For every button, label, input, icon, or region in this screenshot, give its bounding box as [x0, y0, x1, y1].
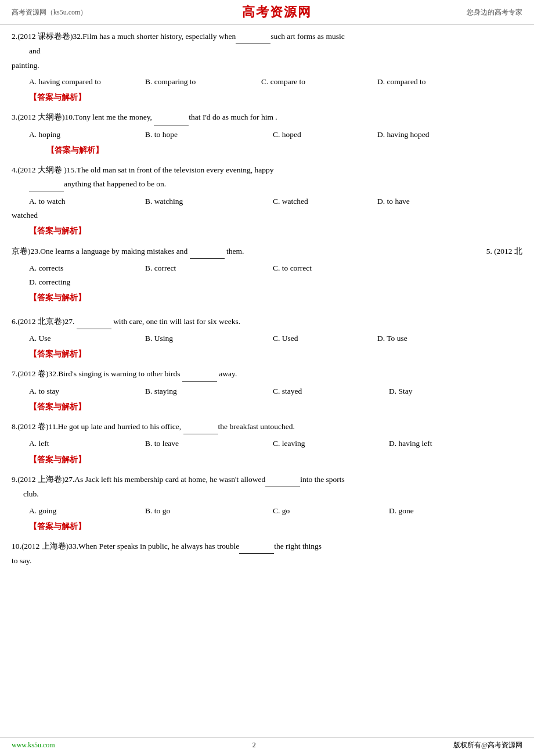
q6-answer-link[interactable]: 【答案与解析】	[12, 347, 522, 361]
q4-blank	[29, 177, 64, 192]
q9-option-d: D. gone	[389, 504, 505, 518]
q2-answer-link[interactable]: 【答案与解析】	[12, 90, 522, 105]
question-7-options: A. to stay B. staying C. stayed D. Stay	[12, 384, 522, 398]
q8-option-d: D. having left	[389, 437, 505, 451]
question-6: 6.(2012 北京卷)27. with care, one tin will …	[12, 315, 522, 362]
question-6-text: 6.(2012 北京卷)27. with care, one tin will …	[12, 315, 522, 329]
q7-answer-link[interactable]: 【答案与解析】	[12, 399, 522, 414]
footer-page-number: 2	[252, 741, 256, 750]
question-5-options: A. corrects B. correct C. to correct D. …	[12, 261, 470, 290]
page-header: 高考资源网（ks5u.com） 高考资源网 您身边的高考专家	[0, 0, 534, 25]
question-4-options: A. to watch B. watching C. watched D. to…	[12, 195, 522, 208]
question-3-options: A. hoping B. to hope C. hoped D. having …	[12, 128, 522, 142]
page-footer: www.ks5u.com 2 版权所有@高考资源网	[0, 737, 534, 750]
q4-option-b: B. watching	[145, 195, 273, 208]
q6-blank	[77, 315, 111, 329]
q3-option-a: A. hoping	[29, 128, 145, 142]
question-4-text-line1: 4.(2012 大纲卷 )15.The old man sat in front…	[12, 163, 522, 177]
q5-answer-link[interactable]: 【答案与解析】	[12, 290, 470, 305]
q9-answer-link[interactable]: 【答案与解析】	[12, 519, 522, 534]
question-5-inline-label: 5. (2012 北	[470, 244, 522, 258]
question-3: 3.(2012 大纲卷)10.Tony lent me the money, t…	[12, 110, 522, 157]
q3-blank	[154, 110, 189, 125]
main-content: 2.(2012 课标卷卷)32.Film has a much shorter …	[0, 30, 534, 586]
q3-option-c: C. hoped	[273, 128, 377, 142]
q2-option-d: D. compared to	[377, 75, 493, 89]
q2-option-b: B. comparing to	[145, 75, 261, 89]
q2-option-a: A. having compared to	[29, 75, 145, 89]
q2-blank	[236, 30, 270, 44]
question-6-options: A. Use B. Using C. Used D. To use	[12, 332, 522, 345]
q9-option-b: B. to go	[145, 504, 273, 518]
header-right-text: 您身边的高考专家	[467, 8, 522, 17]
q7-option-d: D. Stay	[389, 384, 505, 398]
question-2-text-cont3: painting.	[12, 59, 522, 73]
question-7: 7.(2012 卷)32.Bird's singing is warning t…	[12, 367, 522, 414]
q5-option-a: A. corrects	[29, 261, 145, 275]
question-5-text: 京卷)23.One learns a language by making mi…	[12, 244, 470, 259]
q2-option-c: C. compare to	[261, 75, 377, 89]
q8-option-b: B. to leave	[145, 437, 273, 451]
question-2-text-cont: and	[12, 44, 522, 58]
question-5-block: 京卷)23.One learns a language by making mi…	[12, 244, 522, 309]
q7-option-b: B. staying	[145, 384, 273, 398]
question-2: 2.(2012 课标卷卷)32.Film has a much shorter …	[12, 30, 522, 105]
question-4-text-line2: anything that happened to be on.	[12, 177, 522, 192]
q4-option-c: C. watched	[273, 195, 377, 208]
question-10: 10.(2012 上海卷)33.When Peter speaks in pub…	[12, 539, 522, 568]
q5-option-c: C. to correct	[273, 261, 389, 275]
question-7-text: 7.(2012 卷)32.Bird's singing is warning t…	[12, 367, 522, 381]
question-9-text-line2: club.	[12, 487, 522, 501]
q10-blank	[239, 539, 274, 554]
q5-option-d: D. correcting	[29, 275, 145, 289]
q4-answer-link[interactable]: 【答案与解析】	[12, 224, 522, 238]
q5-blank	[190, 244, 225, 259]
q6-option-c: C. Used	[273, 332, 377, 345]
question-8: 8.(2012 卷)11.He got up late and hurried …	[12, 420, 522, 467]
q4-option-a: A. to watch	[29, 195, 145, 208]
q6-option-d: D. To use	[377, 332, 493, 345]
question-4: 4.(2012 大纲卷 )15.The old man sat in front…	[12, 163, 522, 238]
question-2-text: 2.(2012 课标卷卷)32.Film has a much shorter …	[12, 30, 522, 44]
question-4-extra: watched	[12, 208, 522, 222]
q6-option-a: A. Use	[29, 332, 145, 345]
q7-option-a: A. to stay	[29, 384, 145, 398]
q8-blank	[183, 420, 218, 434]
header-left-text: 高考资源网（ks5u.com）	[12, 8, 87, 17]
q3-option-d: D. having hoped	[377, 128, 493, 142]
question-2-options: A. having compared to B. comparing to C.…	[12, 75, 522, 89]
header-center-logo: 高考资源网	[242, 3, 312, 21]
q8-option-c: C. leaving	[273, 437, 389, 451]
q4-option-d: D. to have	[377, 195, 493, 208]
q3-option-b: B. to hope	[145, 128, 273, 142]
question-8-text: 8.(2012 卷)11.He got up late and hurried …	[12, 420, 522, 434]
q9-option-a: A. going	[29, 504, 145, 518]
q8-option-a: A. left	[29, 437, 145, 451]
question-9-text-line1: 9.(2012 上海卷)27.As Jack left his membersh…	[12, 473, 522, 487]
question-9-options: A. going B. to go C. go D. gone	[12, 504, 522, 518]
q8-answer-link[interactable]: 【答案与解析】	[12, 452, 522, 467]
q6-option-b: B. Using	[145, 332, 273, 345]
q7-blank	[182, 367, 217, 381]
question-9: 9.(2012 上海卷)27.As Jack left his membersh…	[12, 473, 522, 534]
footer-copyright: 版权所有@高考资源网	[453, 740, 522, 750]
question-10-text-line1: 10.(2012 上海卷)33.When Peter speaks in pub…	[12, 539, 522, 554]
question-5-content: 京卷)23.One learns a language by making mi…	[12, 244, 470, 309]
q9-option-c: C. go	[273, 504, 389, 518]
question-3-text: 3.(2012 大纲卷)10.Tony lent me the money, t…	[12, 110, 522, 125]
q7-option-c: C. stayed	[273, 384, 389, 398]
q9-blank	[265, 473, 300, 487]
q3-answer-link[interactable]: 【答案与解析】	[12, 143, 522, 157]
question-8-options: A. left B. to leave C. leaving D. having…	[12, 437, 522, 451]
question-10-text-line2: to say.	[12, 554, 522, 568]
footer-website: www.ks5u.com	[12, 741, 55, 750]
q5-option-b: B. correct	[145, 261, 273, 275]
